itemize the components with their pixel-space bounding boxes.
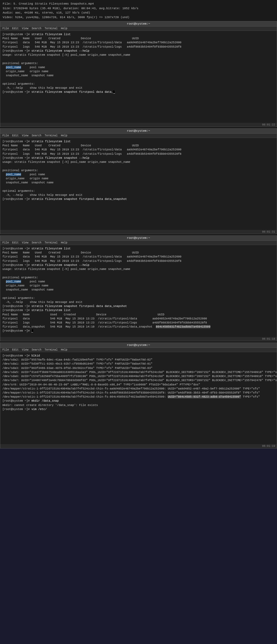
terminal-3-titlebar: root@system:~ xyxy=(0,236,277,241)
menu-help[interactable]: Help xyxy=(61,27,67,30)
menu-search[interactable]: Search xyxy=(32,27,41,30)
menu-terminal-3[interactable]: Terminal xyxy=(45,241,58,244)
menu-edit[interactable]: Edit xyxy=(12,27,19,30)
terminal-1-menubar: File Edit View Search Terminal Help xyxy=(0,27,277,31)
terminal-3-body: [root@system ~]# stratis filesystem list… xyxy=(0,245,277,337)
terminal-2: root@system:~ File Edit View Search Term… xyxy=(0,128,277,234)
terminal-4-menubar: File Edit View Search Terminal Help xyxy=(0,348,277,352)
menu-search-2[interactable]: Search xyxy=(32,134,41,137)
size-label: Size: 37202948 bytes (35.48 MiB), durati… xyxy=(3,6,274,11)
terminal-1-timestamp: 06:01:22 xyxy=(0,123,277,127)
terminal-3: root@system:~ File Edit View Search Term… xyxy=(0,235,277,341)
menu-terminal-4[interactable]: Terminal xyxy=(45,348,58,351)
terminal-1-body: [root@system ~]# stratis filesystem list… xyxy=(0,31,277,123)
terminal-2-timestamp: 06:01:31 xyxy=(0,230,277,234)
menu-edit-3[interactable]: Edit xyxy=(12,241,19,244)
menu-file-3[interactable]: File xyxy=(2,241,9,244)
terminal-4-body: [root@system ~]# blkid /dev/sda2: UUID="… xyxy=(0,352,277,444)
menu-file-4[interactable]: File xyxy=(2,348,9,351)
menu-search-4[interactable]: Search xyxy=(32,348,41,351)
video-label: Video: h264, yuv420p, 1280x720, 914 kb/s… xyxy=(3,15,274,20)
terminal-2-menubar: File Edit View Search Terminal Help xyxy=(0,134,277,138)
terminal-3-timestamp: 06:01:18 xyxy=(0,337,277,341)
terminal-3-menubar: File Edit View Search Terminal Help xyxy=(0,241,277,245)
menu-file-2[interactable]: File xyxy=(2,134,9,137)
terminal-1-titlebar: root@system:~ xyxy=(0,21,277,27)
terminal-2-body: [root@system ~]# stratis filesystem list… xyxy=(0,138,277,230)
menu-view[interactable]: View xyxy=(22,27,28,30)
menu-view-2[interactable]: View xyxy=(22,134,28,137)
menu-edit-4[interactable]: Edit xyxy=(12,348,19,351)
terminal-2-titlebar: root@system:~ xyxy=(0,128,277,134)
menu-terminal-2[interactable]: Terminal xyxy=(45,134,58,137)
menu-file[interactable]: File xyxy=(2,27,9,30)
file-label: File: 5. Creating Stratis Filesystems Sn… xyxy=(3,2,274,6)
audio-label: Audio: aac, 44100 Hz, stereo, s16, 127 k… xyxy=(3,11,274,15)
menu-help-4[interactable]: Help xyxy=(61,348,67,351)
terminal-1: root@system:~ File Edit View Search Term… xyxy=(0,21,277,127)
menu-search-3[interactable]: Search xyxy=(32,241,41,244)
menu-help-2[interactable]: Help xyxy=(61,134,67,137)
terminal-4: root@system:~ File Edit View Search Term… xyxy=(0,342,277,448)
video-info: File: 5. Creating Stratis Filesystems Sn… xyxy=(0,0,277,21)
terminal-4-titlebar: root@system:~ xyxy=(0,343,277,348)
menu-view-3[interactable]: View xyxy=(22,241,28,244)
menu-terminal[interactable]: Terminal xyxy=(45,27,58,30)
terminal-4-timestamp: 06:01:19 xyxy=(0,444,277,448)
menu-help-3[interactable]: Help xyxy=(61,241,67,244)
menu-edit-2[interactable]: Edit xyxy=(12,134,19,137)
menu-view-4[interactable]: View xyxy=(22,348,28,351)
